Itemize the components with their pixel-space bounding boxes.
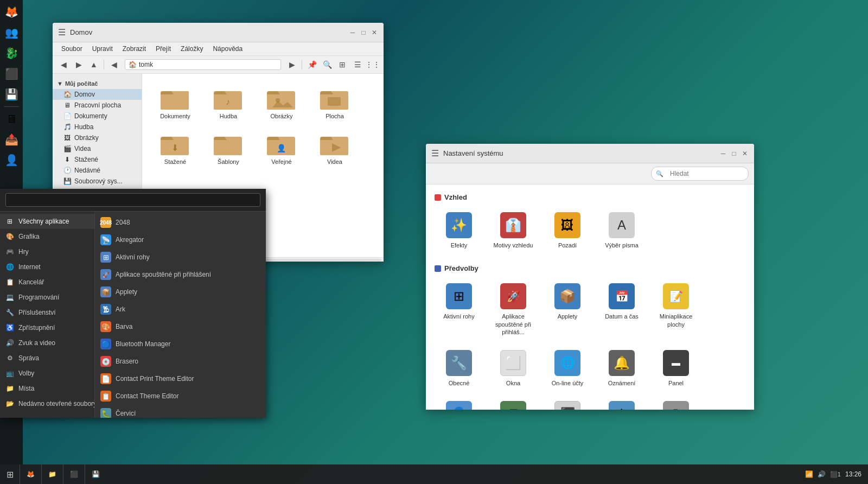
- settings-obecne[interactable]: 🔧 Obecné: [435, 346, 483, 391]
- app-item-cervici[interactable]: 🐛 Červicí: [95, 405, 266, 418]
- settings-miniaplikace[interactable]: 📝 Miniaplikace plochy: [652, 279, 700, 340]
- folder-videa[interactable]: Videa: [310, 128, 359, 169]
- pin-button[interactable]: 📌: [305, 58, 318, 71]
- dock-users2[interactable]: 👤: [2, 150, 21, 170]
- app-item-ark[interactable]: 🗜 Ark: [95, 301, 266, 318]
- menu-prejit[interactable]: Přejít: [151, 44, 175, 54]
- taskbar-files2-btn[interactable]: 💾: [85, 464, 106, 484]
- settings-rozsireni[interactable]: ⚙ Rozšíření: [597, 397, 646, 410]
- settings-okna[interactable]: ⬜ Okna: [489, 346, 538, 391]
- sidebar-item-obrazky[interactable]: 🖼 Obrázky: [53, 132, 142, 143]
- folder-plocha[interactable]: Plocha: [310, 82, 359, 124]
- category-zvuk-video[interactable]: 🔊 Zvuk a video: [0, 335, 94, 351]
- folder-verejne[interactable]: 👤 Veřejné: [257, 128, 306, 169]
- menu-soubor[interactable]: Soubor: [57, 44, 87, 54]
- close-button[interactable]: ✕: [371, 29, 378, 36]
- search-button[interactable]: 🔍: [321, 58, 334, 71]
- sidebar-item-nedavne[interactable]: 🕐 Nedávné: [53, 165, 142, 176]
- settings-applety[interactable]: 📦 Applety: [543, 279, 592, 340]
- folder-stazene[interactable]: ⬇ Stažené: [151, 128, 200, 169]
- category-volby[interactable]: 📺 Volby: [0, 366, 94, 381]
- settings-pismo[interactable]: A Výběr písma: [597, 208, 646, 253]
- settings-podrobnosti-uctu[interactable]: 👤 Podrobnosti o účtu: [435, 397, 483, 410]
- category-sprava[interactable]: ⚙ Správa: [0, 351, 94, 366]
- category-all-apps[interactable]: ⊞ Všechny aplikace: [0, 214, 94, 229]
- sidebar-item-pracovni[interactable]: 🖥 Pracovní plocha: [53, 100, 142, 111]
- category-grafika[interactable]: 🎨 Grafika: [0, 229, 94, 244]
- folder-obrazky[interactable]: Obrázky: [257, 82, 306, 124]
- dock-firefox[interactable]: 🦊: [2, 2, 21, 22]
- dock-app[interactable]: 🐉: [2, 43, 21, 63]
- settings-maximize-button[interactable]: □: [730, 150, 738, 157]
- settings-hamburger[interactable]: ☰: [431, 148, 439, 158]
- next-location-button[interactable]: ▶: [285, 58, 298, 71]
- compact-view-button[interactable]: ⋮⋮: [366, 58, 379, 71]
- menu-zobrazit[interactable]: Zobrazit: [118, 44, 150, 54]
- app-search-input[interactable]: [5, 193, 260, 207]
- hamburger-menu[interactable]: ☰: [58, 27, 66, 37]
- up-button[interactable]: ▲: [87, 58, 100, 71]
- settings-soukromi[interactable]: 👁 Soukromí: [652, 397, 700, 410]
- folder-dokumenty[interactable]: Dokumenty: [151, 82, 200, 124]
- list-view-button[interactable]: ☰: [351, 58, 364, 71]
- settings-oznameni[interactable]: 🔔 Oznámení: [597, 346, 646, 391]
- category-internet[interactable]: 🌐 Internet: [0, 259, 94, 275]
- settings-minimize-button[interactable]: ─: [719, 150, 727, 157]
- settings-motivy[interactable]: 👔 Motivy vzhledu: [489, 208, 538, 253]
- prev-location-button[interactable]: ◀: [107, 58, 120, 71]
- dock-users[interactable]: 👥: [2, 23, 21, 42]
- settings-datum-cas[interactable]: 📅 Datum a čas: [597, 279, 646, 340]
- app-item-bluetooth[interactable]: 🔵 Bluetooth Manager: [95, 335, 266, 353]
- settings-pracovni-plocha[interactable]: 🖥 Pracovní plocha: [489, 397, 538, 410]
- app-item-contact-print-theme[interactable]: 📄 Contact Print Theme Editor: [95, 370, 266, 387]
- sidebar-item-dokumenty[interactable]: 📄 Dokumenty: [53, 111, 142, 122]
- dock-files[interactable]: 💾: [2, 85, 21, 104]
- grid-view-button[interactable]: ⊞: [336, 58, 349, 71]
- sidebar-item-videa[interactable]: 🎬 Videa: [53, 143, 142, 154]
- category-prislusenstvi[interactable]: 🔧 Příslušenství: [0, 305, 94, 320]
- settings-efekty[interactable]: ✨ Efekty: [435, 208, 483, 253]
- dock-exit[interactable]: 📤: [2, 130, 21, 149]
- dock-terminal[interactable]: ⬛: [2, 64, 21, 84]
- category-hry[interactable]: 🎮 Hry: [0, 244, 94, 259]
- category-kancelar[interactable]: 📋 Kancelář: [0, 275, 94, 290]
- taskbar-apps-btn[interactable]: ⊞: [0, 464, 20, 484]
- taskbar-files-btn[interactable]: 📁: [41, 464, 63, 484]
- minimize-button[interactable]: ─: [349, 29, 356, 36]
- back-button[interactable]: ◀: [57, 58, 70, 71]
- category-programovani[interactable]: 💻 Programování: [0, 290, 94, 305]
- dock-display[interactable]: 🖥: [2, 109, 21, 129]
- settings-pracovni-plochy[interactable]: ⬛ Pracovní plochy: [543, 397, 592, 410]
- folder-sablony[interactable]: Šablony: [204, 128, 253, 169]
- menu-zalozky[interactable]: Záložky: [176, 44, 207, 54]
- settings-panel[interactable]: ▬ Panel: [652, 346, 700, 391]
- forward-button[interactable]: ▶: [72, 58, 85, 71]
- app-item-applety[interactable]: 📦 Applety: [95, 283, 266, 301]
- category-nedavne[interactable]: 📂 Nedávno otevřené soubory: [0, 396, 94, 411]
- maximize-button[interactable]: □: [360, 29, 367, 36]
- breadcrumb-bar[interactable]: 🏠 tomk: [125, 59, 281, 70]
- app-item-aplikace-prihlaseni[interactable]: 🚀 Aplikace spouštěné při přihlášení: [95, 266, 266, 283]
- sidebar-item-hudba[interactable]: 🎵 Hudba: [53, 122, 142, 132]
- app-item-brasero[interactable]: 💿 Brasero: [95, 353, 266, 370]
- taskbar-firefox-btn[interactable]: 🦊: [20, 464, 41, 484]
- app-item-2048[interactable]: 2048 2048: [95, 214, 266, 231]
- category-mista[interactable]: 📁 Místa: [0, 381, 94, 396]
- folder-hudba[interactable]: ♪ Hudba: [204, 82, 253, 124]
- menu-napoveda[interactable]: Nápověda: [208, 44, 247, 54]
- app-item-contact-theme[interactable]: 📋 Contact Theme Editor: [95, 387, 266, 405]
- settings-aktivni-rohy[interactable]: ⊞ Aktivní rohy: [435, 279, 483, 340]
- category-zpristupneni[interactable]: ♿ Zpřístupnění: [0, 320, 94, 335]
- app-item-akregator[interactable]: 📡 Akregator: [95, 231, 266, 249]
- settings-pozadi[interactable]: 🖼 Pozadí: [543, 208, 592, 253]
- sidebar-item-stazene[interactable]: ⬇ Stažené: [53, 154, 142, 165]
- menu-upravit[interactable]: Upravit: [88, 44, 117, 54]
- app-item-aktivni-rohy[interactable]: ⊞ Aktivní rohy: [95, 249, 266, 266]
- taskbar-terminal-btn[interactable]: ⬛: [63, 464, 85, 484]
- settings-search-input[interactable]: [666, 168, 744, 179]
- app-item-barva[interactable]: 🎨 Barva: [95, 318, 266, 335]
- sidebar-item-souborovy[interactable]: 💾 Souborový sys...: [53, 176, 142, 187]
- settings-online-ucty[interactable]: 🌐 On-line účty: [543, 346, 592, 391]
- sidebar-item-domov[interactable]: 🏠 Domov: [53, 89, 142, 100]
- settings-close-button[interactable]: ✕: [741, 150, 749, 157]
